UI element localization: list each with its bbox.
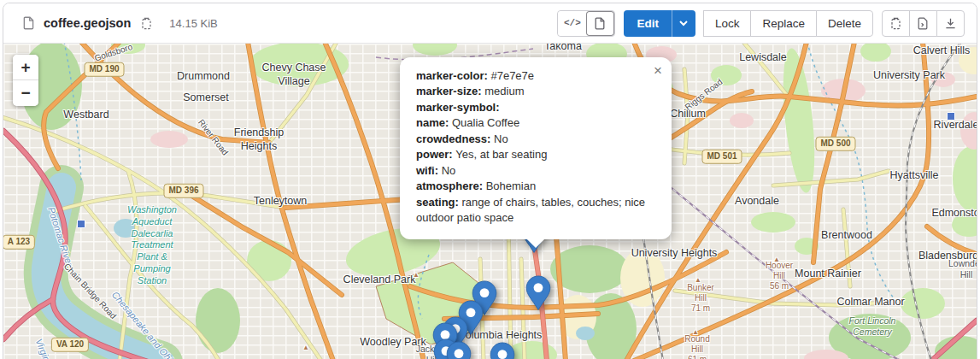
document-icon xyxy=(594,17,607,30)
popup-close-button[interactable]: × xyxy=(652,62,664,79)
action-button[interactable]: Replace xyxy=(750,10,817,37)
property-value: Bohemian xyxy=(486,180,537,192)
map-marker[interactable] xyxy=(446,341,472,359)
view-code-button[interactable]: </> xyxy=(558,11,586,36)
property-key: marker-color xyxy=(416,69,490,82)
file-icon xyxy=(22,16,36,30)
download-button[interactable] xyxy=(936,10,965,37)
open-raw-button[interactable] xyxy=(909,10,937,37)
map-marker[interactable] xyxy=(490,342,515,359)
map-container[interactable]: DrummondChevy Chase VillageSomersetWestb… xyxy=(3,44,977,359)
property-value: medium xyxy=(484,85,524,97)
code-icon: </> xyxy=(564,18,581,28)
property-key: name xyxy=(416,116,452,129)
popup-property-row: wifiNo xyxy=(416,163,655,179)
popup-properties: marker-color#7e7e7emarker-sizemediummark… xyxy=(416,68,655,227)
map-marker[interactable] xyxy=(525,275,551,315)
action-button[interactable]: Delete xyxy=(816,10,873,37)
property-key: seating xyxy=(416,196,461,209)
copy-file-path-button[interactable] xyxy=(138,15,155,32)
view-preview-button[interactable] xyxy=(586,11,614,36)
popup-property-row: powerYes, at bar seating xyxy=(416,147,655,162)
zoom-out-button[interactable]: − xyxy=(13,80,38,106)
feature-popup: × marker-color#7e7e7emarker-sizemediumma… xyxy=(400,57,672,239)
property-value: #7e7e7e xyxy=(490,69,534,82)
property-value: No xyxy=(442,164,456,177)
property-value: No xyxy=(494,132,508,145)
popup-property-row: marker-symbol xyxy=(416,100,655,115)
action-button[interactable]: Lock xyxy=(703,10,752,37)
file-header: coffee.geojson 14.15 KiB </> xyxy=(3,3,977,44)
download-icon xyxy=(944,17,957,30)
property-key: power xyxy=(416,148,455,161)
edit-dropdown-button[interactable] xyxy=(672,10,695,37)
popup-property-row: crowdednessNo xyxy=(416,132,655,147)
popup-property-row: marker-sizemedium xyxy=(416,84,655,99)
zoom-in-button[interactable]: + xyxy=(13,55,38,80)
popup-property-row: nameQualia Coffee xyxy=(416,115,655,131)
copy-contents-icon xyxy=(889,17,902,30)
property-value: Qualia Coffee xyxy=(452,116,519,129)
view-toggle-group: </> xyxy=(557,10,615,37)
popup-property-row: atmosphereBohemian xyxy=(416,179,655,194)
file-viewer-card: coffee.geojson 14.15 KiB </> xyxy=(3,3,977,359)
copy-to-clipboard-icon xyxy=(140,17,153,30)
map-zoom-control: + − xyxy=(13,55,38,106)
file-actions-group: LockReplaceDelete xyxy=(704,10,873,37)
property-key: wifi xyxy=(416,164,442,177)
file-name: coffee.geojson xyxy=(44,16,131,30)
edit-split-button: Edit xyxy=(624,10,695,37)
property-value: Yes, at bar seating xyxy=(455,148,547,161)
property-key: marker-size xyxy=(416,85,484,97)
property-key: marker-symbol xyxy=(416,101,500,114)
property-key: atmosphere xyxy=(416,180,486,192)
file-icon-actions-group xyxy=(882,10,965,37)
open-raw-icon xyxy=(917,17,930,30)
popup-property-row: seatingrange of chairs, tables, couches;… xyxy=(416,195,655,227)
popup-property-row: marker-color#7e7e7e xyxy=(416,68,655,84)
copy-contents-button[interactable] xyxy=(882,10,910,37)
property-key: crowdedness xyxy=(416,132,494,145)
edit-button[interactable]: Edit xyxy=(624,10,672,37)
file-size: 14.15 KiB xyxy=(169,17,217,30)
chevron-down-icon xyxy=(678,19,689,27)
